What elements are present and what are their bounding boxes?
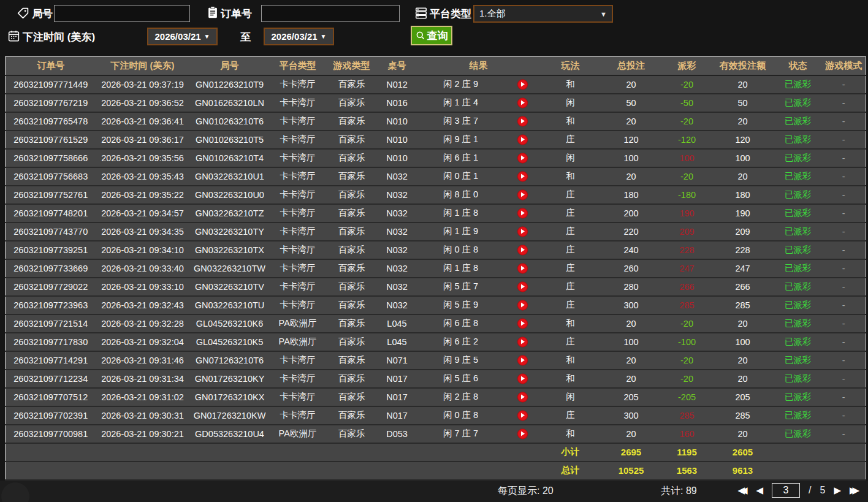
current-page-input[interactable] [772, 483, 800, 498]
play-icon[interactable] [517, 245, 528, 255]
cell-valid: 285 [712, 296, 774, 314]
play-icon[interactable] [517, 171, 528, 181]
cell-round: GN016263210LN [189, 94, 270, 112]
cell-time: 2026-03-21 09:32:04 [96, 333, 189, 351]
bet-time-label: 下注时间 (美东) [23, 30, 95, 44]
search-button[interactable]: 查询 [411, 26, 452, 45]
play-icon[interactable] [517, 318, 528, 329]
play-icon[interactable] [517, 208, 528, 218]
previous-page-button[interactable]: ◀ [756, 485, 763, 496]
cell-table: N012 [378, 75, 416, 94]
table-row: 2603210977714492026-03-21 09:37:19GN0122… [6, 75, 866, 94]
play-icon[interactable] [517, 189, 528, 200]
cell-result: 闲 1 庄 8 [416, 259, 541, 278]
cell-order: 260321097743770 [6, 222, 96, 241]
order-number-label: 订单号 [221, 7, 252, 21]
cell-platform: 卡卡湾厅 [270, 75, 326, 94]
cell-time: 2026-03-21 09:36:52 [96, 94, 189, 112]
cell-result: 闲 6 庄 8 [416, 314, 541, 333]
cell-game: 百家乐 [326, 241, 378, 259]
cell-bet: 100 [600, 149, 663, 167]
play-icon[interactable] [517, 300, 528, 310]
cell-order: 260321097761529 [6, 131, 96, 149]
cell-table: N010 [378, 112, 416, 131]
cell-table: N032 [378, 296, 416, 314]
cell-mode: - [822, 314, 866, 333]
cell-round: GN010263210T5 [189, 131, 270, 149]
date-to-picker[interactable]: 2026/03/21 ▼ [264, 28, 334, 45]
next-page-button[interactable]: ▶ [834, 485, 841, 496]
date-from-picker[interactable]: 2026/03/21 ▼ [147, 28, 218, 45]
play-icon[interactable] [517, 134, 528, 145]
play-icon[interactable] [517, 337, 528, 347]
cell-play: 和 [541, 370, 600, 388]
play-icon[interactable] [517, 97, 528, 108]
cell-status: 已派彩 [774, 425, 822, 443]
cell-time: 2026-03-21 09:37:19 [96, 75, 189, 94]
play-icon[interactable] [517, 226, 528, 237]
cell-round: GN012263210T9 [189, 75, 270, 94]
column-header: 桌号 [378, 57, 416, 75]
play-icon[interactable] [517, 281, 528, 292]
cell-valid: 20 [712, 351, 774, 370]
cell-play: 闲 [541, 388, 600, 406]
table-row: 2603210977142912026-03-21 09:31:46GN0712… [6, 351, 866, 370]
cell-platform: PA欧洲厅 [270, 314, 326, 333]
play-icon[interactable] [517, 153, 528, 163]
cell-result: 闲 6 庄 1 [416, 149, 541, 167]
subtotal-row-valid: 2605 [712, 443, 774, 462]
play-icon[interactable] [517, 263, 528, 273]
play-icon[interactable] [517, 373, 528, 384]
cell-order: 260321097771449 [6, 75, 96, 94]
cell-payout: -20 [663, 112, 712, 131]
cell-result: 闲 7 庄 7 [416, 425, 541, 443]
platform-type-select[interactable]: 1.全部 ▼ [473, 5, 613, 23]
cell-result: 闲 2 庄 9 [416, 75, 541, 94]
cell-status: 已派彩 [774, 112, 822, 131]
pager: ◀◀ ◀ / 5 ▶ ▶▶ [737, 483, 859, 498]
cell-valid: 20 [712, 112, 774, 131]
clipboard-icon [206, 6, 219, 18]
play-icon[interactable] [517, 79, 528, 89]
cell-valid: 120 [712, 131, 774, 149]
chevron-down-icon: ▼ [321, 33, 327, 40]
cell-result: 闲 5 庄 6 [416, 370, 541, 388]
round-number-input[interactable] [54, 5, 190, 22]
play-icon[interactable] [517, 428, 528, 439]
cell-order: 260321097702391 [6, 406, 96, 425]
empty-cell [378, 443, 416, 462]
cell-time: 2026-03-21 09:32:28 [96, 314, 189, 333]
cell-game: 百家乐 [326, 112, 378, 131]
cell-bet: 20 [600, 112, 663, 131]
subtotal-row: 小计269511952605 [6, 443, 866, 462]
last-page-button[interactable]: ▶▶ [850, 485, 859, 496]
cell-game: 百家乐 [326, 204, 378, 222]
column-header: 游戏模式 [822, 57, 866, 75]
play-icon[interactable] [517, 355, 528, 365]
cell-table: D053 [378, 425, 416, 443]
cell-status: 已派彩 [774, 333, 822, 351]
column-header: 游戏类型 [326, 57, 378, 75]
cell-play: 和 [541, 75, 600, 94]
cell-bet: 300 [600, 406, 663, 425]
cell-mode: - [822, 167, 866, 186]
play-icon[interactable] [517, 116, 528, 126]
cell-valid: 180 [712, 186, 774, 204]
cell-result: 闲 6 庄 2 [416, 333, 541, 351]
order-number-input[interactable] [261, 5, 400, 22]
table-row: 2603210977009812026-03-21 09:30:21GD0532… [6, 425, 866, 443]
cell-mode: - [822, 278, 866, 296]
cell-time: 2026-03-21 09:31:34 [96, 370, 189, 388]
cell-result: 闲 5 庄 7 [416, 278, 541, 296]
cell-payout: -205 [663, 388, 712, 406]
play-icon[interactable] [517, 410, 528, 420]
first-page-button[interactable]: ◀◀ [737, 485, 747, 496]
cell-payout: 160 [663, 425, 712, 443]
empty-cell [326, 462, 378, 480]
cell-round: GN017263210KW [189, 406, 270, 425]
table-row: 2603210977615292026-03-21 09:36:17GN0102… [6, 131, 866, 149]
play-icon[interactable] [517, 392, 528, 402]
cell-play: 和 [541, 314, 600, 333]
cell-play: 庄 [541, 204, 600, 222]
cell-mode: - [822, 370, 866, 388]
